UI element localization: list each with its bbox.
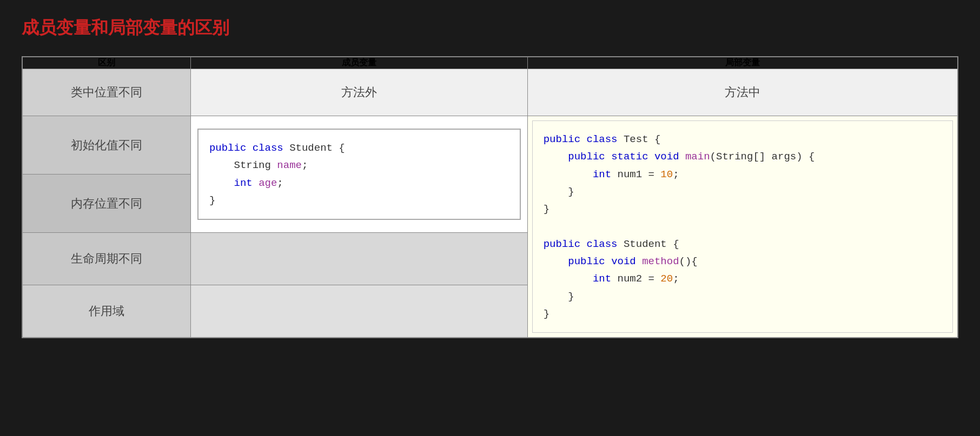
- header-col3: 局部变量: [527, 57, 958, 69]
- page-title: 成员变量和局部变量的区别: [22, 16, 958, 40]
- code-kw: int: [234, 177, 253, 189]
- row1-local: 方法中: [527, 69, 958, 116]
- code-kw: public: [209, 142, 246, 154]
- main-table: 区别 成员变量 局部变量 类中位置不同 方法外 方法中 初始化值不同 publi…: [22, 56, 958, 338]
- code-kw: class: [253, 142, 283, 154]
- code-var: age: [259, 177, 277, 189]
- row4-member: [190, 233, 527, 285]
- row1-member-text: 方法外: [341, 85, 377, 99]
- row2-label: 初始化值不同: [22, 116, 190, 175]
- row2-member-code: public class Student { String name; int …: [190, 116, 527, 233]
- member-code-block: public class Student { String name; int …: [197, 129, 521, 220]
- code-kw: Student {: [289, 142, 345, 154]
- table-row: 初始化值不同 public class Student { String nam…: [22, 116, 958, 175]
- code-text: String: [234, 159, 277, 171]
- code-var: name: [277, 159, 302, 171]
- row1-label: 类中位置不同: [22, 69, 190, 116]
- header-col1: 区别: [22, 57, 190, 69]
- row1-member: 方法外: [190, 69, 527, 116]
- header-col2: 成员变量: [190, 57, 527, 69]
- header-row: 区别 成员变量 局部变量: [22, 57, 958, 69]
- code-brace: }: [209, 194, 215, 206]
- local-code-block: public class Test { public static void m…: [532, 120, 953, 333]
- row5-member: [190, 285, 527, 338]
- row5-label: 作用域: [22, 285, 190, 338]
- row3-label: 内存位置不同: [22, 175, 190, 233]
- row1-local-text: 方法中: [725, 85, 760, 99]
- row4-label: 生命周期不同: [22, 233, 190, 285]
- table-row: 类中位置不同 方法外 方法中: [22, 69, 958, 116]
- row2-local-code: public class Test { public static void m…: [527, 116, 958, 338]
